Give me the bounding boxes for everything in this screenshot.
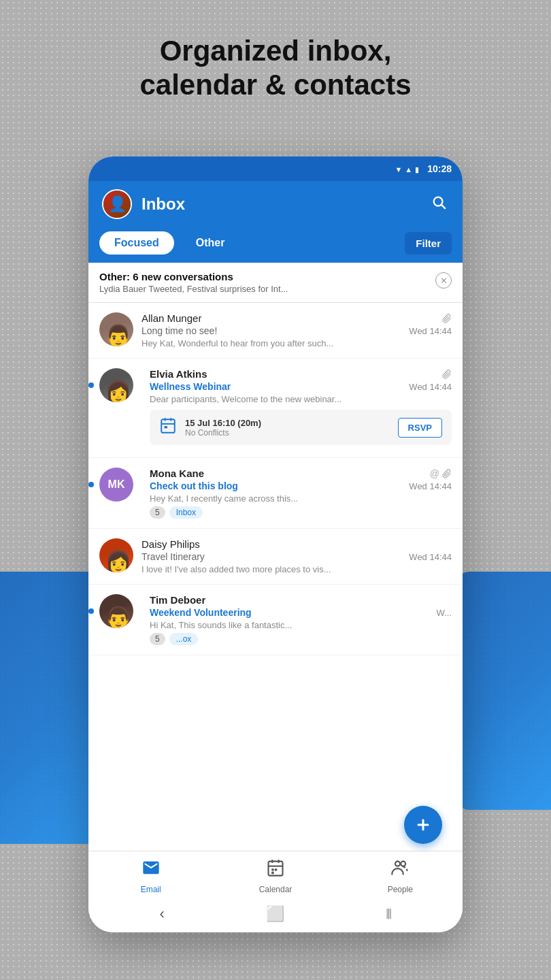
nav-item-calendar[interactable]: Calendar — [252, 858, 299, 894]
svg-rect-9 — [268, 862, 282, 876]
home-button[interactable]: ⬜ — [266, 905, 284, 923]
subject-elvia: Wellness Webinar — [150, 381, 231, 392]
preview-elvia: Dear participants, Welcome to the new we… — [150, 394, 452, 404]
time-tim: W... — [437, 608, 452, 618]
time-elvia: Wed 14:44 — [409, 382, 452, 392]
email-content-allan: Allan Munger Long time no see! Wed 14:44… — [141, 312, 452, 348]
email-tags-mona: 5 Inbox — [150, 506, 452, 519]
nav-item-email[interactable]: Email — [127, 858, 175, 894]
recents-button[interactable]: ⦀ — [386, 905, 392, 923]
nav-tabs: Email Calendar — [88, 851, 463, 898]
subject-mona: Check out this blog — [150, 480, 238, 491]
status-bar: 10:28 — [88, 157, 463, 181]
svg-rect-2 — [161, 419, 175, 433]
email-content-tim: Tim Deboer Weekend Volunteering W... Hi … — [150, 594, 452, 645]
tabs-bar: Focused Other Filter — [88, 226, 463, 263]
subject-daisy: Travel Itinerary — [141, 551, 205, 562]
svg-rect-13 — [271, 868, 274, 871]
cal-status: No Conflicts — [185, 428, 390, 438]
avatar-allan — [99, 312, 133, 346]
svg-rect-15 — [271, 872, 274, 875]
email-item-elvia[interactable]: Elvia Atkins Wellness Webinar Wed 14:44 … — [88, 359, 463, 458]
svg-rect-6 — [165, 426, 167, 428]
notification-banner: Other: 6 new conversations Lydia Bauer T… — [88, 263, 463, 303]
email-content-daisy: Daisy Philips Travel Itinerary Wed 14:44… — [141, 538, 452, 574]
cal-time: 15 Jul 16:10 (20m) — [185, 418, 390, 428]
subject-allan: Long time no see! — [141, 325, 217, 336]
signal-icon — [405, 163, 412, 175]
notification-title: Other: 6 new conversations — [99, 271, 430, 282]
time-daisy: Wed 14:44 — [409, 552, 452, 562]
email-tags-tim: 5 ...ox — [150, 633, 452, 645]
email-nav-icon — [141, 858, 161, 882]
tab-other[interactable]: Other — [181, 231, 240, 255]
blue-accent-right — [456, 572, 551, 810]
people-nav-icon — [390, 858, 410, 882]
phone-frame: 10:28 👤 Inbox Focused Other Filter Other… — [88, 157, 463, 932]
email-item-mona[interactable]: MK Mona Kane @ Check out this blog Wed 1… — [88, 458, 463, 529]
avatar-elvia — [99, 368, 133, 402]
status-icons — [395, 163, 419, 175]
nav-label-people: People — [388, 885, 413, 894]
user-avatar[interactable]: 👤 — [102, 189, 132, 219]
notification-text: Other: 6 new conversations Lydia Bauer T… — [99, 271, 430, 294]
calendar-icon — [159, 416, 177, 438]
sender-name-daisy: Daisy Philips — [141, 538, 200, 550]
subject-tim: Weekend Volunteering — [150, 607, 252, 618]
calendar-nav-icon — [266, 858, 285, 882]
unread-dot-mona — [88, 482, 94, 487]
preview-daisy: I love it! I've also added two more plac… — [141, 564, 452, 574]
compose-fab[interactable] — [404, 806, 442, 844]
email-list: Allan Munger Long time no see! Wed 14:44… — [88, 303, 463, 655]
battery-icon — [415, 163, 419, 175]
nav-item-people[interactable]: People — [376, 858, 424, 894]
tag-count-tim: 5 — [150, 633, 165, 645]
email-item-allan[interactable]: Allan Munger Long time no see! Wed 14:44… — [88, 303, 463, 359]
sender-name-tim: Tim Deboer — [150, 594, 205, 606]
inbox-title: Inbox — [141, 195, 419, 214]
status-time: 10:28 — [427, 163, 452, 174]
time-mona: Wed 14:44 — [409, 481, 452, 491]
email-content-mona: Mona Kane @ Check out this blog Wed 14:4… — [150, 468, 452, 519]
svg-point-17 — [401, 862, 405, 866]
notification-close[interactable]: ✕ — [435, 272, 452, 289]
calendar-event: 15 Jul 16:10 (20m) No Conflicts RSVP — [150, 410, 452, 445]
email-content-elvia: Elvia Atkins Wellness Webinar Wed 14:44 … — [150, 368, 452, 448]
svg-rect-14 — [275, 868, 278, 871]
sender-name-allan: Allan Munger — [141, 312, 201, 324]
wifi-icon — [395, 163, 402, 175]
tag-inbox-tim: ...ox — [169, 633, 199, 645]
android-nav: ‹ ⬜ ⦀ — [88, 898, 463, 930]
tab-focused[interactable]: Focused — [99, 231, 174, 255]
nav-label-calendar: Calendar — [259, 885, 293, 894]
avatar-tim — [99, 594, 133, 628]
sender-name-mona: Mona Kane — [150, 468, 204, 479]
unread-dot-tim — [88, 608, 94, 614]
app-header: 👤 Inbox — [88, 181, 463, 226]
tag-inbox-mona: Inbox — [169, 506, 203, 519]
email-item-daisy[interactable]: Daisy Philips Travel Itinerary Wed 14:44… — [88, 529, 463, 585]
bottom-nav: Email Calendar — [88, 851, 463, 932]
svg-point-16 — [395, 862, 400, 866]
back-button[interactable]: ‹ — [159, 905, 164, 923]
tag-count-mona: 5 — [150, 506, 165, 519]
preview-allan: Hey Kat, Wonderful to hear from you afte… — [141, 338, 452, 348]
search-icon[interactable] — [429, 192, 449, 216]
rsvp-button[interactable]: RSVP — [398, 418, 442, 438]
unread-dot-elvia — [88, 382, 94, 388]
nav-label-email: Email — [141, 885, 161, 894]
avatar-daisy — [99, 538, 133, 572]
avatar-mona: MK — [99, 468, 133, 502]
time-allan: Wed 14:44 — [409, 326, 452, 336]
preview-mona: Hey Kat, I recently came across this... — [150, 493, 452, 504]
svg-line-1 — [441, 205, 445, 208]
email-item-tim[interactable]: Tim Deboer Weekend Volunteering W... Hi … — [88, 585, 463, 655]
notification-subtitle: Lydia Bauer Tweeted, Festival surprises … — [99, 284, 430, 294]
preview-tim: Hi Kat, This sounds like a fantastic... — [150, 620, 452, 630]
filter-button[interactable]: Filter — [405, 232, 452, 255]
promo-title: Organized inbox, calendar & contacts — [0, 34, 551, 103]
cal-details: 15 Jul 16:10 (20m) No Conflicts — [185, 418, 390, 438]
sender-name-elvia: Elvia Atkins — [150, 368, 207, 380]
